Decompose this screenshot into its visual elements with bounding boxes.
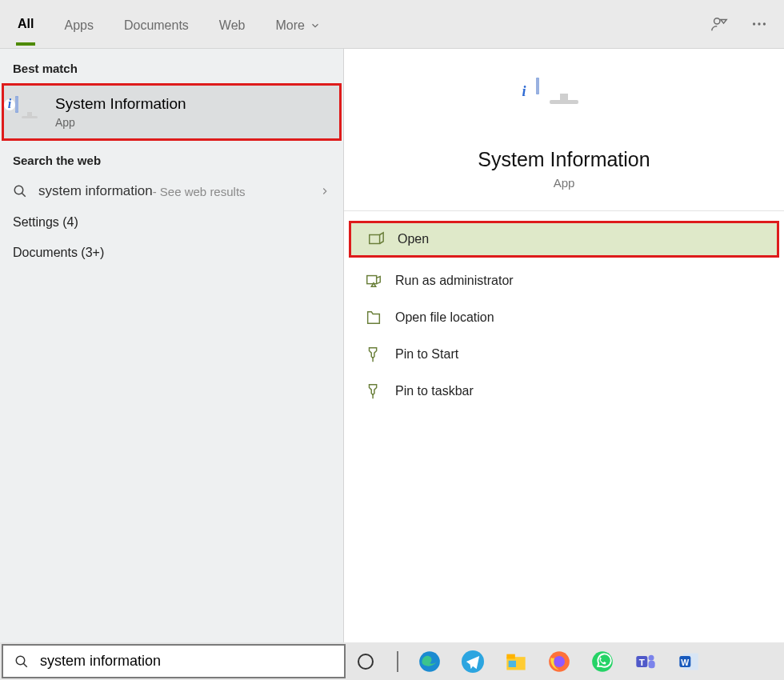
- action-open-file-location-label: Open file location: [395, 310, 494, 325]
- svg-point-0: [714, 18, 720, 24]
- folder-icon: [365, 309, 382, 326]
- svg-line-5: [22, 193, 26, 197]
- search-icon: [14, 654, 29, 669]
- search-box[interactable]: [2, 644, 346, 678]
- search-web-header: Search the web: [0, 147, 343, 175]
- action-run-administrator[interactable]: Run as administrator: [344, 262, 784, 299]
- svg-point-2: [758, 22, 760, 25]
- best-match-subtitle: App: [55, 116, 186, 129]
- svg-text:T: T: [639, 656, 645, 666]
- chevron-down-icon: [310, 20, 321, 31]
- svg-line-11: [23, 663, 27, 667]
- search-icon: [13, 184, 27, 198]
- svg-rect-6: [370, 235, 380, 244]
- web-result[interactable]: system information - See web results: [0, 175, 343, 207]
- cortana-icon[interactable]: [354, 650, 378, 674]
- web-result-term: system information: [38, 183, 153, 199]
- tab-apps[interactable]: Apps: [62, 4, 94, 44]
- chevron-right-icon: [319, 186, 330, 197]
- system-information-large-icon: [536, 79, 592, 135]
- firefox-icon[interactable]: [547, 650, 571, 674]
- action-open-file-location[interactable]: Open file location: [344, 299, 784, 336]
- teams-icon[interactable]: T: [634, 650, 658, 674]
- best-match-title: System Information: [55, 95, 186, 113]
- svg-point-4: [14, 186, 23, 194]
- svg-text:W: W: [681, 657, 689, 666]
- action-pin-taskbar-label: Pin to taskbar: [395, 384, 474, 398]
- action-pin-start[interactable]: Pin to Start: [344, 336, 784, 373]
- svg-point-3: [763, 22, 766, 25]
- edge-icon[interactable]: [418, 650, 442, 674]
- pin-icon: [365, 346, 382, 363]
- action-run-administrator-label: Run as administrator: [395, 274, 514, 288]
- svg-rect-17: [509, 660, 516, 666]
- svg-point-12: [358, 654, 373, 669]
- detail-subtitle: App: [554, 176, 575, 190]
- detail-title: System Information: [478, 148, 650, 171]
- tab-documents[interactable]: Documents: [122, 4, 190, 44]
- taskbar: T W: [0, 642, 784, 680]
- svg-point-19: [554, 656, 565, 667]
- search-input[interactable]: [38, 652, 344, 670]
- svg-point-10: [16, 656, 25, 665]
- svg-rect-24: [649, 660, 655, 667]
- action-pin-taskbar[interactable]: Pin to taskbar: [344, 373, 784, 410]
- more-options-icon[interactable]: [750, 15, 768, 33]
- feedback-icon[interactable]: [710, 15, 728, 33]
- whatsapp-icon[interactable]: [590, 650, 614, 674]
- shield-admin-icon: [365, 272, 382, 290]
- detail-actions: Open Run as administrator Open file loca…: [344, 211, 784, 410]
- taskbar-tray: T W: [346, 650, 784, 674]
- pin-icon: [365, 382, 382, 400]
- search-filter-tabs: All Apps Documents Web More: [0, 0, 784, 49]
- results-pane: Best match System Information App Search…: [0, 49, 344, 642]
- web-result-suffix: - See web results: [153, 185, 246, 198]
- tab-more-label: More: [275, 18, 304, 33]
- detail-pane: System Information App Open Run as admin…: [344, 49, 784, 642]
- tab-web[interactable]: Web: [218, 4, 247, 44]
- word-icon[interactable]: W: [677, 650, 701, 674]
- svg-point-23: [649, 654, 654, 660]
- best-match-header: Best match: [0, 55, 343, 83]
- taskbar-divider: [397, 651, 398, 672]
- tab-more[interactable]: More: [274, 4, 322, 44]
- svg-rect-7: [367, 276, 377, 284]
- category-documents[interactable]: Documents (3+): [0, 238, 343, 268]
- action-open[interactable]: Open: [349, 221, 779, 258]
- file-explorer-icon[interactable]: [504, 650, 528, 674]
- category-settings[interactable]: Settings (4): [0, 207, 343, 238]
- system-information-icon: [15, 98, 44, 126]
- svg-point-1: [753, 22, 755, 25]
- action-pin-start-label: Pin to Start: [395, 347, 458, 362]
- telegram-icon[interactable]: [461, 650, 485, 674]
- open-icon: [367, 230, 385, 248]
- best-match-result[interactable]: System Information App: [2, 83, 342, 141]
- action-open-label: Open: [398, 232, 429, 246]
- tab-all[interactable]: All: [16, 2, 35, 46]
- svg-rect-16: [506, 654, 515, 658]
